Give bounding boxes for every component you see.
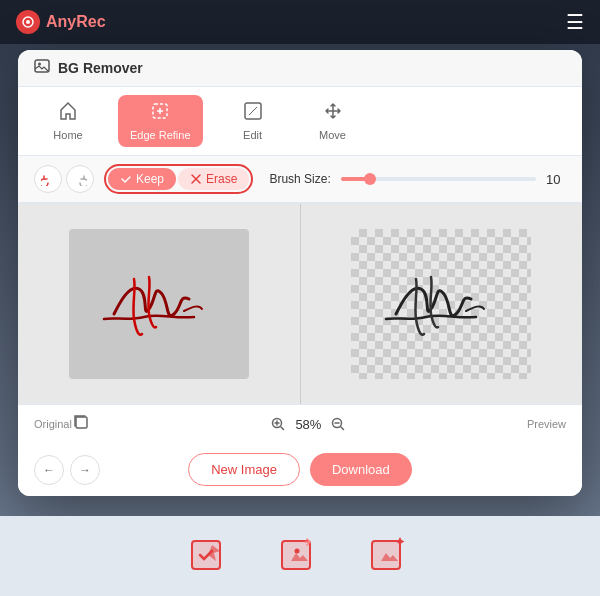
new-image-button[interactable]: New Image	[188, 453, 300, 486]
keep-button[interactable]: Keep	[108, 168, 176, 190]
home-icon	[58, 101, 78, 126]
prev-next-group: ← →	[34, 455, 100, 485]
tab-move[interactable]: Move	[303, 95, 363, 147]
feature-icon-3	[365, 531, 415, 581]
modal-header: BG Remover	[18, 50, 582, 87]
tab-home-label: Home	[53, 129, 82, 141]
keep-label: Keep	[136, 172, 164, 186]
canvas-area	[18, 204, 582, 404]
preview-image-box	[351, 229, 531, 379]
copy-button[interactable]	[72, 413, 90, 435]
zoom-controls: 58%	[90, 413, 527, 435]
feature-icon-2	[275, 531, 325, 581]
original-signature	[84, 249, 234, 359]
logo-area: AnyRec	[16, 10, 106, 34]
prev-button[interactable]: ←	[34, 455, 64, 485]
svg-point-3	[38, 63, 41, 66]
preview-signature	[366, 249, 516, 359]
erase-label: Erase	[206, 172, 237, 186]
svg-rect-6	[76, 417, 87, 428]
logo-icon	[16, 10, 40, 34]
logo-suffix: Rec	[76, 13, 105, 30]
toolbar: Keep Erase Brush Size: 10	[18, 156, 582, 204]
tab-edge-refine[interactable]: Edge Refine	[118, 95, 203, 147]
tab-edit-label: Edit	[243, 129, 262, 141]
svg-point-1	[26, 20, 30, 24]
bg-remover-modal: BG Remover Home Edge Refine	[18, 50, 582, 496]
preview-label: Preview	[527, 418, 566, 430]
logo-prefix: Any	[46, 13, 76, 30]
brush-size-slider[interactable]	[341, 177, 536, 181]
undo-button[interactable]	[34, 165, 62, 193]
original-image-box	[69, 229, 249, 379]
original-panel	[18, 204, 300, 404]
zoom-out-button[interactable]	[327, 413, 349, 435]
brush-slider-thumb	[364, 173, 376, 185]
redo-button[interactable]	[66, 165, 94, 193]
undo-redo-group	[34, 165, 94, 193]
tab-move-label: Move	[319, 129, 346, 141]
modal-header-icon	[34, 58, 50, 78]
svg-point-13	[295, 549, 300, 554]
move-icon	[323, 101, 343, 126]
page-background: AnyRec ☰ Free Background Remover Online …	[0, 0, 600, 596]
erase-button[interactable]: Erase	[178, 168, 249, 190]
nav-tabs: Home Edge Refine Edit	[18, 87, 582, 156]
edge-refine-icon	[150, 101, 170, 126]
download-button[interactable]: Download	[310, 453, 412, 486]
tab-edge-refine-label: Edge Refine	[130, 129, 191, 141]
bottom-bar: Original 58%	[18, 404, 582, 443]
action-buttons: New Image Download	[188, 453, 412, 486]
preview-panel	[300, 204, 583, 404]
modal-title: BG Remover	[58, 60, 143, 76]
feature-icon-1	[185, 531, 235, 581]
brush-slider-wrap	[341, 177, 536, 181]
brush-size-label: Brush Size:	[269, 172, 330, 186]
tab-edit[interactable]: Edit	[223, 95, 283, 147]
original-label: Original	[34, 418, 72, 430]
feature-row	[0, 516, 600, 596]
top-bar: AnyRec ☰	[0, 0, 600, 44]
zoom-in-button[interactable]	[267, 413, 289, 435]
hamburger-menu[interactable]: ☰	[566, 10, 584, 34]
keep-erase-group: Keep Erase	[104, 164, 253, 194]
zoom-percent: 58%	[295, 417, 321, 432]
tab-home[interactable]: Home	[38, 95, 98, 147]
logo-text: AnyRec	[46, 13, 106, 31]
brush-size-value: 10	[546, 172, 566, 187]
svg-rect-9	[192, 541, 220, 569]
edit-icon	[243, 101, 263, 126]
action-row: ← → New Image Download	[18, 443, 582, 496]
next-button[interactable]: →	[70, 455, 100, 485]
